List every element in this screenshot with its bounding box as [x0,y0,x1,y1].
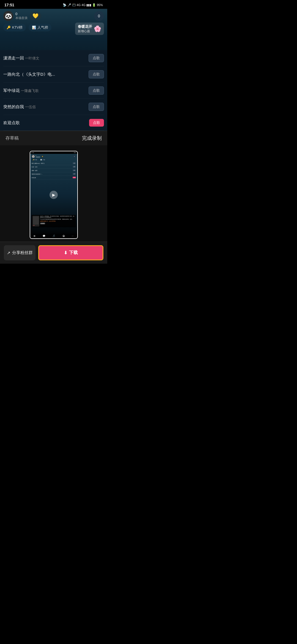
preview-battery: 95% [74,152,76,153]
song-btn-4[interactable]: 点歌 [89,103,104,111]
heart-icon: 💛 [32,13,38,19]
audio-label: 本场音浪 [15,16,28,20]
preview-audio-label: 本场音浪 [36,156,40,158]
preview-song-4: 我的快乐就是想你 一... 点歌 [32,172,76,176]
avatar-section: 🐼 0 本场音浪 💛 [3,11,41,21]
popularity-tab-label: 人气榜 [37,25,48,30]
song-btn-3[interactable]: 点歌 [89,86,104,95]
preview-inner-screenshot: 如遇 [32,216,39,227]
preview-status: 17:50 95% [30,151,77,154]
preview-topbar: 🐼 0 本场音浪 ☀️ 0 [30,154,77,159]
download-icon: ⬇ [64,250,67,255]
song-info-3: 军中绿花 一隆鑫飞歌 [3,88,89,93]
battery-percent: 95% [97,3,103,7]
preview-song-3: 成都 一赵雷 点歌 [32,169,76,172]
song-item-4: 突然的自我 一伍佰 点歌 [3,99,104,115]
preview-warning-text: 当行为，若有违反，平台暂停支付收益，冻结同时向相关部门依法。如因此给平台造成损退… [40,216,75,227]
record-bar: 存草稿 完成录制 [0,131,107,145]
song-list: 潇洒走一回 一叶倩文 点歌 一路向北（《头文字D》电... 点歌 军中绿花 一隆… [0,50,107,131]
song-info-2: 一路向北（《头文字D》电... [3,72,89,77]
preview-song-5: 欢迎点歌 点歌 [32,176,76,179]
preview-time: 17:50 [31,152,34,153]
share-button[interactable]: ↗ 分享粉丝群 [4,245,35,260]
ktv-rank-tab[interactable]: 🔑 KTV榜 [3,24,26,31]
song-btn-5[interactable]: 点歌 [89,119,104,127]
wish-title: 春暖花开 [78,24,92,29]
song-info-1: 潇洒走一回 一叶倩文 [3,56,89,61]
preview-more-icon: ··· [72,235,74,237]
song-item-1: 潇洒走一回 一叶倩文 点歌 [3,50,104,66]
preview-warning-panel: 如遇 当行为，若有违反，平台暂停支付收益，冻结同时向相关部门依法。如因此给平台造… [32,215,76,228]
chart-icon: 📊 [32,26,36,29]
preview-mic-icon: 🎵 [53,235,55,237]
avatar-panda-icon: 🐼 [5,12,12,20]
song-item-5: 欢迎点歌 点歌 [3,115,104,131]
key-icon: 🔑 [7,26,11,29]
preview-circle: 0 [73,155,76,158]
preview-song-2: 红薯 一实导 点歌 [32,165,76,169]
preview-song-1: 蜗牛心痛(Remix) 一斯可儿 点歌 [32,162,76,165]
top-bar: 🐼 0 本场音浪 💛 0 [3,11,104,21]
preview-play-button[interactable]: ▶ [50,191,58,199]
song-item-3: 军中绿花 一隆鑫飞歌 点歌 [3,83,104,99]
share-label: 分享粉丝群 [12,250,33,255]
preview-pop-tab: 📊人气榜 [39,159,46,161]
bars-icon: ▮▮▮ [86,3,91,7]
preview-grid-icon: ⊞ [34,235,35,237]
preview-chat-icon: 💬 [43,235,45,237]
popularity-rank-tab[interactable]: 📊 人气榜 [29,24,51,31]
song-info-5: 欢迎点歌 [3,120,89,125]
song-artist-1: 一叶倩文 [25,56,39,60]
audio-info: 0 本场音浪 [15,12,28,20]
status-time: 17:51 [4,3,14,7]
heart-badge[interactable]: 💛 [30,12,41,20]
cast-icon: 📡 [63,3,67,7]
song-title-4: 突然的自我 一伍佰 [3,104,36,109]
song-artist-4: 一伍佰 [25,105,36,109]
preview-avatar: 🐼 [32,155,35,158]
preview-section: 17:50 95% 🐼 0 本场音浪 ☀️ 0 🔑KTV榜 📊人气榜 [0,145,107,242]
bottom-actions: ↗ 分享粉丝群 ⬇ 下载 [0,242,107,264]
mic-icon: 🎤 [67,3,71,7]
circle-badge[interactable]: 0 [94,11,104,21]
finish-record-button[interactable]: 完成录制 [82,135,102,141]
song-item-2: 一路向北（《头文字D》电... 点歌 [3,66,104,83]
preview-bottom-bar: ⊞ 💬 🎵 ⏻ ··· [30,234,77,238]
4g-icon2: 4G [81,3,86,7]
song-btn-1[interactable]: 点歌 [89,54,104,62]
status-icons: 📡 🎤 📳 4G 4G ▮▮▮ 🔋 95% [63,3,103,7]
avatar[interactable]: 🐼 [3,11,13,21]
preview-tabs: 🔑KTV榜 📊人气榜 [30,159,77,162]
song-info-4: 突然的自我 一伍佰 [3,104,89,110]
preview-ktv-tab: 🔑KTV榜 [32,159,38,161]
song-title-3: 军中绿花 一隆鑫飞歌 [3,88,39,93]
download-label: 下载 [69,250,78,256]
wish-subtitle: 新增心愿 [78,29,92,33]
4g-icon: 4G [77,3,81,7]
audio-count: 0 [15,12,28,16]
signal-icon: 📳 [72,3,76,7]
phone-preview: 17:50 95% 🐼 0 本场音浪 ☀️ 0 🔑KTV榜 📊人气榜 [30,151,78,239]
song-title-5: 欢迎点歌 [3,120,20,125]
ktv-tab-label: KTV榜 [12,25,23,30]
save-draft-button[interactable]: 存草稿 [6,135,19,141]
preview-inner: 17:50 95% 🐼 0 本场音浪 ☀️ 0 🔑KTV榜 📊人气榜 [30,151,77,238]
preview-power-icon: ⏻ [62,235,65,237]
battery-icon: 🔋 [92,3,96,7]
wish-card[interactable]: 春暖花开 新增心愿 🌸 [75,23,104,35]
preview-songs: 蜗牛心痛(Remix) 一斯可儿 点歌 红薯 一实导 点歌 成都 一赵雷 点歌 … [30,162,77,179]
song-btn-2[interactable]: 点歌 [89,70,104,78]
ktv-bg-section: 🐼 0 本场音浪 💛 0 🔑 KTV榜 📊 人气榜 春暖花开 新增心愿 🌸 [0,9,107,50]
flower-icon: 🌸 [94,25,101,32]
song-title-2: 一路向北（《头文字D》电... [3,72,55,77]
status-bar: 17:51 📡 🎤 📳 4G 4G ▮▮▮ 🔋 95% [0,0,107,9]
share-icon: ↗ [7,250,10,255]
song-title-1: 潇洒走一回 一叶倩文 [3,56,39,60]
download-button[interactable]: ⬇ 下载 [38,245,103,260]
song-artist-3: 一隆鑫飞歌 [21,89,39,93]
wish-text: 春暖花开 新增心愿 [78,24,92,33]
